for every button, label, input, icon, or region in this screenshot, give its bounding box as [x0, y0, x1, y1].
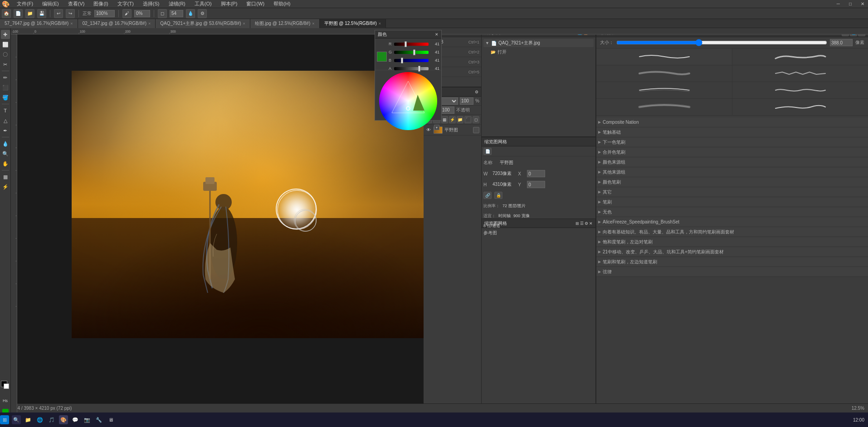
flow-btn[interactable]: ◻: [158, 9, 167, 18]
brush-cat-3[interactable]: ▶ 合并色笔刷: [596, 147, 868, 157]
menu-help[interactable]: 帮助(H): [272, 0, 292, 7]
brush-preset-4[interactable]: [732, 65, 868, 82]
brush-preset-3[interactable]: [596, 65, 732, 82]
slider-r-track[interactable]: [394, 43, 429, 46]
taskbar-app-6[interactable]: 🖥: [106, 415, 115, 424]
home-button[interactable]: 🏠: [2, 9, 11, 18]
brush-cat-long-1[interactable]: ▶ 向着有基础知识、有品、大量、品和工具，方和简约笔刷画面套材: [596, 227, 868, 237]
layer-filter-btn[interactable]: ⚡: [449, 116, 456, 123]
slider-g-handle[interactable]: [413, 49, 415, 55]
tab-2-close[interactable]: ×: [243, 21, 245, 26]
taskbar-search[interactable]: 🔍: [12, 415, 21, 424]
background-swatch[interactable]: [4, 383, 9, 389]
slider-g-track[interactable]: [394, 51, 429, 54]
tab-1-close[interactable]: ×: [148, 21, 151, 26]
save-button[interactable]: 💾: [37, 9, 46, 18]
color-panel-close[interactable]: ✕: [435, 32, 439, 37]
fill-opacity-field[interactable]: [441, 107, 454, 114]
opacity-input[interactable]: [134, 10, 150, 17]
undo-button[interactable]: ↩: [54, 9, 63, 18]
tool-freehand[interactable]: 〇: [1, 50, 10, 59]
eyedropper-btn[interactable]: 💧: [186, 9, 195, 18]
brush-cat-long-2[interactable]: ▶ 饱和度笔刷，左边对笔刷: [596, 237, 868, 247]
color-wheel-area[interactable]: ▼: [375, 70, 441, 132]
tab-2[interactable]: QAQ_7921+主界.jpg @ 53.6%(RGB/8#) ×: [156, 19, 250, 28]
tool-history[interactable]: Hs: [1, 396, 10, 405]
tool-pan[interactable]: ✋: [1, 159, 10, 168]
tool-move[interactable]: ✚: [1, 30, 10, 39]
brush-preset-1[interactable]: [596, 49, 732, 65]
brush-cat-composite[interactable]: ▶ Composite Nation: [596, 117, 868, 127]
brush-cat-9[interactable]: ▶ 无色: [596, 207, 868, 217]
menu-image[interactable]: 图像(I): [92, 0, 110, 7]
brush-cat-4[interactable]: ▶ 颜色来源组: [596, 157, 868, 167]
brush-cat-alice[interactable]: ▶ AliceFreeze_Speedpainting_BrushSet: [596, 217, 868, 227]
brush-cat-6[interactable]: ▶ 颜色笔刷: [596, 177, 868, 187]
brush-cat-7[interactable]: ▶ 其它: [596, 187, 868, 197]
tab-4[interactable]: 平野图 @ 12.5%(RGB/8#) ×: [320, 19, 386, 28]
window-minimize[interactable]: ─: [835, 1, 842, 6]
tool-crop[interactable]: ✂: [1, 60, 10, 69]
tool-text[interactable]: T: [1, 106, 10, 115]
tab-0[interactable]: 57_7647.jpg @ 16.7%(RGB/8#) ×: [0, 19, 78, 28]
layer-group-btn[interactable]: 📁: [457, 116, 463, 123]
layer-fill-btn[interactable]: ▦: [441, 116, 448, 123]
tool-path[interactable]: ✒: [1, 126, 10, 135]
redo-button[interactable]: ↪: [66, 9, 75, 18]
brush-settings-btn[interactable]: ⚙: [198, 9, 207, 18]
taskbar-file-explorer[interactable]: 📁: [24, 415, 33, 424]
taskbar-edge[interactable]: 🌐: [35, 415, 44, 424]
menu-tools[interactable]: 工具(O): [193, 0, 214, 7]
tool-brush[interactable]: ✏: [1, 73, 10, 82]
brush-preset-5[interactable]: [596, 82, 732, 98]
slider-b-handle[interactable]: [401, 58, 403, 63]
layer-3d-btn[interactable]: ◻: [473, 116, 479, 123]
menu-text[interactable]: 文字(T): [116, 0, 136, 7]
menu-select[interactable]: 选择(S): [141, 0, 161, 7]
menu-script[interactable]: 脚本(P): [219, 0, 239, 7]
attrs-lock-btn[interactable]: 🔒: [494, 192, 502, 199]
menu-filter[interactable]: 滤镜(R): [167, 0, 187, 7]
slider-a-track[interactable]: [394, 67, 429, 70]
tool-shape[interactable]: △: [1, 116, 10, 125]
color-wheel-svg[interactable]: [379, 72, 437, 130]
layer-mask-btn[interactable]: ⬛: [464, 116, 471, 123]
attrs-x-input[interactable]: [527, 170, 545, 177]
brush-size-input[interactable]: [830, 39, 853, 46]
brush-preset-7[interactable]: [596, 99, 732, 115]
layer-right-settings-icon[interactable]: ⚙: [475, 90, 478, 94]
brush-preset-8[interactable]: [732, 99, 868, 115]
tool-eraser[interactable]: ⬛: [1, 83, 10, 92]
menu-window[interactable]: 窗口(W): [244, 0, 266, 7]
tool-gradient[interactable]: ▦: [1, 172, 10, 181]
menu-edit[interactable]: 编辑(E): [40, 0, 61, 7]
slider-b-track[interactable]: [394, 59, 429, 62]
taskbar-start[interactable]: ⊞: [0, 415, 9, 424]
attrs-file-btn[interactable]: 📄: [483, 148, 492, 155]
brush-preset-6[interactable]: [732, 82, 868, 98]
tab-3[interactable]: 绘图.jpg @ 12.5%(RGB/8#) ×: [250, 19, 320, 28]
taskbar-app-1[interactable]: 🎵: [47, 415, 56, 424]
color-wheel-menu-btn[interactable]: ▼: [434, 125, 439, 130]
taskbar-app-4[interactable]: 📷: [83, 415, 92, 424]
brush-size-slider[interactable]: [616, 39, 827, 46]
tool-fill[interactable]: 🪣: [1, 93, 10, 102]
taskbar-app-5[interactable]: 🔧: [94, 415, 103, 424]
file-sub-item[interactable]: 📂 打开: [489, 48, 594, 56]
new-button[interactable]: 📄: [14, 9, 23, 18]
brush-cat-long-4[interactable]: ▶ 笔刷和笔刷，左边知道笔刷: [596, 257, 868, 267]
taskbar-krita[interactable]: 🎨: [59, 415, 68, 424]
tool-select-rect[interactable]: ⬜: [1, 40, 10, 49]
tab-1[interactable]: 02_1347.jpg @ 16.7%(RGB/8#) ×: [78, 19, 156, 28]
brush-cat-long-3[interactable]: ▶ 21中移动、改变、乒乒、大品、坑和工具+简约笔刷画面套材: [596, 247, 868, 257]
thumb-close-icon[interactable]: ✕: [589, 221, 593, 226]
brush-cat-last[interactable]: ▶ 弦律: [596, 267, 868, 277]
open-button[interactable]: 📁: [25, 9, 34, 18]
flow-input[interactable]: [170, 10, 183, 17]
tool-zoom[interactable]: 🔍: [1, 149, 10, 158]
menu-view[interactable]: 查看(V): [66, 0, 87, 7]
slider-r-handle[interactable]: [405, 41, 407, 47]
brush-cat-basic[interactable]: ▶ 笔触基础: [596, 127, 868, 137]
attrs-lock-ratio-btn[interactable]: 🔗: [483, 192, 492, 199]
brush-cat-8[interactable]: ▶ 笔刷: [596, 197, 868, 207]
